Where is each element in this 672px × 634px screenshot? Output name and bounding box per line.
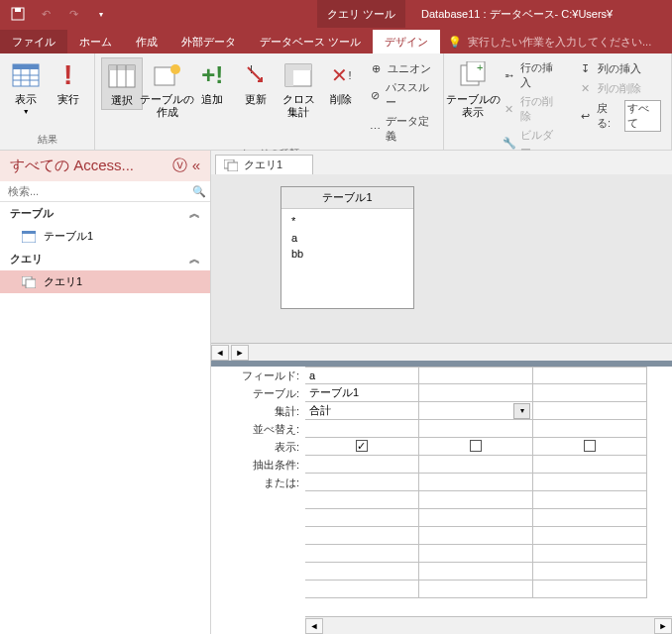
nav-group-queries[interactable]: クエリ︽ xyxy=(0,248,210,270)
field-a[interactable]: a xyxy=(291,230,403,247)
view-button[interactable]: 表示 ▼ xyxy=(6,57,47,117)
union-button[interactable]: ⊕ユニオン xyxy=(364,59,437,77)
cell-criteria-1[interactable] xyxy=(419,456,533,474)
query-designer-upper[interactable]: テーブル1 * a bb xyxy=(211,174,672,343)
cell-blank[interactable] xyxy=(419,491,533,509)
redo-icon[interactable]: ↷ xyxy=(61,2,85,26)
tell-me[interactable]: 💡 実行したい作業を入力してください... xyxy=(440,31,659,53)
undo-icon[interactable]: ↶ xyxy=(34,2,57,26)
cell-show-2[interactable] xyxy=(533,438,647,456)
tab-design[interactable]: デザイン xyxy=(373,30,440,53)
cell-criteria-2[interactable] xyxy=(533,456,647,474)
cell-field-1[interactable] xyxy=(419,367,533,384)
cell-show-0[interactable] xyxy=(305,438,419,456)
cell-or-2[interactable] xyxy=(533,474,647,491)
showtable-button[interactable]: + テーブルの 表示 xyxy=(450,57,496,121)
nav-item-query1[interactable]: クエリ1 xyxy=(0,270,210,293)
cell-blank[interactable] xyxy=(305,509,419,527)
svg-text:+: + xyxy=(477,61,483,73)
upper-hscroll[interactable]: ◄ ► xyxy=(211,343,672,361)
table-box-table1[interactable]: テーブル1 * a bb xyxy=(280,186,414,309)
tab-create[interactable]: 作成 xyxy=(124,30,169,53)
scroll-right-icon[interactable]: ► xyxy=(231,345,249,361)
scroll-left-icon[interactable]: ◄ xyxy=(211,345,229,361)
query1-label: クエリ1 xyxy=(44,274,82,289)
cell-blank[interactable] xyxy=(419,563,533,581)
grid-hscroll[interactable]: ◄ ► xyxy=(305,616,672,634)
cell-or-0[interactable] xyxy=(305,474,419,491)
cell-sort-2[interactable] xyxy=(533,420,647,438)
cell-blank[interactable] xyxy=(419,527,533,545)
svg-rect-3 xyxy=(13,64,39,69)
maketable-button[interactable]: テーブルの 作成 xyxy=(145,57,190,121)
field-bb[interactable]: bb xyxy=(291,246,403,263)
svg-rect-24 xyxy=(26,279,36,288)
checkbox[interactable] xyxy=(470,440,482,452)
return-value[interactable]: すべて xyxy=(624,100,661,132)
tools-label: クエリ ツール xyxy=(327,7,395,22)
scroll-right-icon[interactable]: ► xyxy=(654,618,672,634)
cell-field-0[interactable]: a xyxy=(305,367,419,384)
cell-table-2[interactable] xyxy=(533,384,647,402)
search-input[interactable] xyxy=(0,181,188,201)
cell-show-1[interactable] xyxy=(419,438,533,456)
nav-header[interactable]: すべての Access... ⓥ « xyxy=(0,151,210,181)
scroll-left-icon[interactable]: ◄ xyxy=(305,618,323,634)
cell-table-1[interactable] xyxy=(419,384,533,402)
doctab-query1[interactable]: クエリ1 xyxy=(215,155,313,174)
cell-total-1[interactable] xyxy=(419,402,533,420)
cell-blank[interactable] xyxy=(305,581,419,598)
crosstab-button[interactable]: クロス 集計 xyxy=(278,57,318,121)
cell-blank[interactable] xyxy=(533,491,647,509)
cell-blank[interactable] xyxy=(533,545,647,563)
field-star[interactable]: * xyxy=(291,213,403,230)
cell-blank[interactable] xyxy=(419,509,533,527)
append-button[interactable]: +! 追加 xyxy=(192,57,233,108)
cell-blank[interactable] xyxy=(533,563,647,581)
tab-home[interactable]: ホーム xyxy=(67,30,124,53)
cell-criteria-0[interactable] xyxy=(305,456,419,474)
cell-blank[interactable] xyxy=(533,527,647,545)
save-icon[interactable] xyxy=(6,2,30,26)
nav-group-tables[interactable]: テーブル︽ xyxy=(0,202,210,225)
nav-item-table1[interactable]: テーブル1 xyxy=(0,225,210,248)
cell-blank[interactable] xyxy=(305,545,419,563)
collapse-icon: ︽ xyxy=(189,206,200,221)
tab-file[interactable]: ファイル xyxy=(0,30,67,53)
cell-table-0[interactable]: テーブル1 xyxy=(305,384,419,402)
nav-dropdown-icon[interactable]: ⓥ « xyxy=(172,157,200,175)
tab-external-data[interactable]: 外部データ xyxy=(169,30,248,53)
update-label: 更新 xyxy=(245,93,267,106)
qat-customize-icon[interactable]: ▾ xyxy=(89,2,113,26)
select-query-button[interactable]: 選択 xyxy=(101,57,143,110)
delete-query-button[interactable]: ✕! 削除 xyxy=(321,57,362,108)
insert-row-button[interactable]: ➵行の挿入 xyxy=(498,59,566,91)
checkbox[interactable] xyxy=(584,440,596,452)
return-rows[interactable]: ↩戻る: すべて xyxy=(574,99,665,133)
query-icon xyxy=(224,159,238,171)
insert-col-button[interactable]: ↧列の挿入 xyxy=(574,59,665,77)
cell-blank[interactable] xyxy=(305,563,419,581)
datadef-button[interactable]: ⋯データ定義 xyxy=(364,113,437,145)
tab-database-tools[interactable]: データベース ツール xyxy=(248,30,373,53)
cell-or-1[interactable] xyxy=(419,474,533,491)
cell-sort-0[interactable] xyxy=(305,420,419,438)
passthrough-button[interactable]: ⊘パススルー xyxy=(364,79,437,111)
cell-blank[interactable] xyxy=(419,581,533,598)
cell-sort-1[interactable] xyxy=(419,420,533,438)
results-group-label: 結果 xyxy=(0,131,94,150)
cell-blank[interactable] xyxy=(533,581,647,598)
queries-group-label: クエリ xyxy=(10,252,43,266)
nav-search: 🔍 xyxy=(0,181,210,202)
update-button[interactable]: ! 更新 xyxy=(235,57,276,108)
search-icon[interactable]: 🔍 xyxy=(188,185,210,198)
cell-blank[interactable] xyxy=(305,491,419,509)
cell-field-2[interactable] xyxy=(533,367,647,384)
run-button[interactable]: ! 実行 xyxy=(49,57,89,108)
cell-blank[interactable] xyxy=(305,527,419,545)
cell-blank[interactable] xyxy=(419,545,533,563)
cell-total-0[interactable]: 合計 xyxy=(305,402,419,420)
cell-total-2[interactable] xyxy=(533,402,647,420)
cell-blank[interactable] xyxy=(533,509,647,527)
checkbox[interactable] xyxy=(356,440,368,452)
